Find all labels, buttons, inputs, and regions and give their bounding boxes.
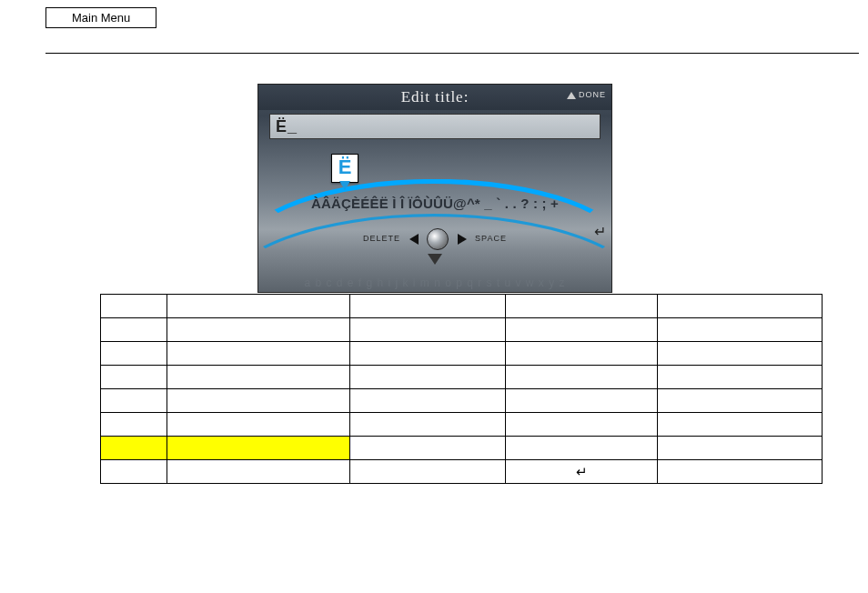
table-row <box>101 342 823 366</box>
selected-char-bubble: Ë <box>331 154 358 183</box>
top-divider <box>45 53 859 54</box>
down-arrow-icon <box>428 254 442 265</box>
table-enter-cell: ↵ <box>506 460 658 484</box>
bottom-alphabet-row[interactable]: a b c d e f g h i j k l m n o p q r s t … <box>258 276 611 289</box>
selected-char-pointer-icon <box>339 181 350 190</box>
delete-label: DELETE <box>363 234 400 243</box>
left-arrow-icon[interactable] <box>409 234 419 245</box>
joystick-orb-icon[interactable] <box>427 228 449 250</box>
space-label: SPACE <box>475 234 507 243</box>
screen-header: Edit title: DONE <box>258 85 611 110</box>
table-row <box>101 295 823 318</box>
done-label: DONE <box>579 90 606 99</box>
screen-title: Edit title: <box>401 88 469 106</box>
done-button[interactable]: DONE <box>567 90 606 99</box>
main-menu-link[interactable]: Main Menu <box>45 7 156 28</box>
table-row-highlighted <box>101 437 823 460</box>
enter-icon[interactable]: ↵ <box>594 223 606 240</box>
table-row: ↵ <box>101 460 823 484</box>
table-row <box>101 413 823 437</box>
character-arc-row[interactable]: ÀÂÄÇÈÉÊË Ì Î ÏÔÙÛÜ@^* _ ` . . ? : ; + <box>258 196 611 211</box>
edit-title-screen: Edit title: DONE Ë_ Ë ÀÂÄÇÈÉÊË Ì Î ÏÔÙÛÜ… <box>257 84 612 293</box>
joystick-controls: DELETE SPACE <box>258 228 611 250</box>
title-input-display: Ë_ <box>269 114 601 139</box>
up-arrow-icon <box>567 92 576 99</box>
down-arrow-row[interactable] <box>258 254 611 267</box>
right-arrow-icon[interactable] <box>458 234 467 245</box>
table-row <box>101 318 823 342</box>
table-row <box>101 366 823 389</box>
table-row <box>101 389 823 413</box>
character-table: ↵ <box>100 294 823 484</box>
